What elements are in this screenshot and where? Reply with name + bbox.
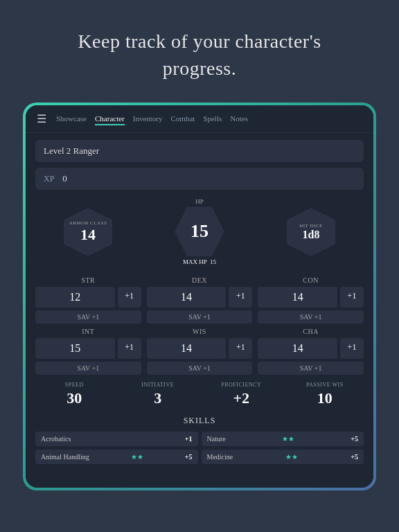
- class-level-field[interactable]: Level 2 Ranger: [35, 140, 364, 162]
- int-score[interactable]: 15: [35, 338, 115, 359]
- dex-save: SAV +1: [147, 310, 253, 323]
- tab-inventory[interactable]: Inventory: [133, 113, 163, 125]
- ability-wis: WIS 14 +1 SAV +1: [147, 328, 253, 375]
- ability-int: INT 15 +1 SAV +1: [35, 328, 141, 375]
- armor-class-widget[interactable]: ARMOR CLASS 14: [64, 208, 112, 256]
- str-score-row: 12 +1: [35, 287, 141, 308]
- max-hp-label: MAX HP: [183, 258, 206, 265]
- cha-label: CHA: [303, 328, 319, 335]
- skill-acrobatics-val: +1: [185, 435, 193, 443]
- dex-score-row: 14 +1: [147, 287, 253, 308]
- int-score-row: 15 +1: [35, 338, 141, 359]
- hp-widget: HP 15 MAX HP 15: [175, 198, 224, 265]
- xp-label: XP: [44, 174, 54, 184]
- armor-class-value: 14: [80, 226, 96, 244]
- skill-acrobatics-name: Acrobatics: [41, 435, 71, 443]
- dex-score[interactable]: 14: [147, 287, 227, 308]
- device-frame: ☰ Showcase Character Inventory Combat Sp…: [23, 103, 376, 490]
- skill-animal-handling-name: Animal Handling: [41, 453, 89, 461]
- skill-nature-stars: ★★: [282, 435, 294, 443]
- proficiency-stat: PROFICIENCY +2: [202, 382, 281, 407]
- con-score[interactable]: 14: [258, 287, 337, 308]
- initiative-stat: INITIATIVE 3: [119, 382, 197, 407]
- ability-scores: STR 12 +1 SAV +1 DEX 14 +1: [35, 276, 364, 375]
- max-hp-value: 15: [210, 258, 216, 265]
- skill-nature-name: Nature: [207, 435, 226, 443]
- passive-wis-stat: PASSIVE WIS 10: [286, 382, 364, 407]
- bottom-stats: SPEED 30 INITIATIVE 3 PROFICIENCY +2 PAS…: [35, 382, 364, 407]
- dex-mod[interactable]: +1: [229, 287, 252, 308]
- skill-animal-handling[interactable]: Animal Handling ★★ +5: [35, 450, 198, 464]
- skill-nature[interactable]: Nature ★★ +5: [202, 432, 364, 446]
- tab-showcase[interactable]: Showcase: [56, 113, 87, 125]
- str-mod[interactable]: +1: [118, 287, 141, 308]
- hero-section: Keep track of your character's progress.: [0, 0, 399, 103]
- content-area: Level 2 Ranger XP 0 ARMOR CLASS 14 HP 15: [26, 133, 373, 488]
- skill-animal-handling-stars: ★★: [131, 453, 143, 461]
- con-label: CON: [303, 276, 319, 284]
- ability-con: CON 14 +1 SAV +1: [258, 276, 364, 323]
- cha-mod[interactable]: +1: [340, 338, 364, 359]
- cha-save: SAV +1: [258, 362, 364, 375]
- skills-grid: Acrobatics +1 Nature ★★ +5 Animal Handli…: [35, 432, 364, 464]
- skill-medicine-name: Medicine: [207, 453, 233, 461]
- tab-character[interactable]: Character: [95, 113, 125, 125]
- con-save: SAV +1: [258, 310, 364, 323]
- nav-bar: ☰ Showcase Character Inventory Combat Sp…: [26, 105, 373, 133]
- xp-row: XP 0: [35, 168, 364, 190]
- skill-medicine[interactable]: Medicine ★★ +5: [202, 450, 364, 464]
- ability-str: STR 12 +1 SAV +1: [35, 276, 141, 323]
- wis-score[interactable]: 14: [147, 338, 227, 359]
- class-level-value: Level 2 Ranger: [44, 145, 99, 156]
- tab-combat[interactable]: Combat: [171, 113, 195, 125]
- max-hp-row: MAX HP 15: [183, 258, 216, 265]
- hit-dice-value: 1d8: [303, 229, 320, 241]
- proficiency-label: PROFICIENCY: [221, 382, 261, 388]
- con-mod[interactable]: +1: [340, 287, 364, 308]
- str-score[interactable]: 12: [35, 287, 115, 308]
- hp-label: HP: [195, 198, 204, 205]
- hamburger-icon[interactable]: ☰: [34, 111, 49, 127]
- skill-nature-val: +5: [351, 435, 358, 443]
- str-save: SAV +1: [35, 310, 141, 323]
- armor-class-label: ARMOR CLASS: [69, 220, 107, 226]
- initiative-label: INITIATIVE: [141, 382, 174, 388]
- skill-acrobatics[interactable]: Acrobatics +1: [35, 432, 198, 446]
- speed-stat: SPEED 30: [35, 382, 114, 407]
- skills-header: SKILLS: [35, 416, 364, 426]
- hit-dice-widget[interactable]: HIT DICE 1d8: [287, 208, 335, 256]
- proficiency-value: +2: [233, 389, 249, 407]
- device-screen: ☰ Showcase Character Inventory Combat Sp…: [26, 105, 373, 488]
- speed-value: 30: [66, 389, 82, 407]
- hp-hexagon[interactable]: 15: [175, 206, 224, 256]
- int-label: INT: [82, 328, 94, 335]
- ability-dex: DEX 14 +1 SAV +1: [147, 276, 253, 323]
- wis-save: SAV +1: [147, 362, 253, 375]
- cha-score-row: 14 +1: [258, 338, 364, 359]
- passive-wis-value: 10: [317, 389, 332, 407]
- wis-score-row: 14 +1: [147, 338, 253, 359]
- tab-notes[interactable]: Notes: [230, 113, 248, 125]
- xp-value[interactable]: 0: [62, 173, 67, 184]
- str-label: STR: [81, 276, 95, 284]
- ability-cha: CHA 14 +1 SAV +1: [258, 328, 364, 375]
- ability-row-2: INT 15 +1 SAV +1 WIS 14 +1: [35, 328, 364, 375]
- skill-medicine-val: +5: [351, 453, 358, 461]
- tab-spells[interactable]: Spells: [203, 113, 222, 125]
- hit-dice-label: HIT DICE: [299, 223, 323, 229]
- wis-label: WIS: [193, 328, 206, 335]
- hero-title: Keep track of your character's progress.: [42, 28, 357, 82]
- ability-row-1: STR 12 +1 SAV +1 DEX 14 +1: [35, 276, 364, 323]
- skill-medicine-stars: ★★: [285, 453, 298, 461]
- hp-value: 15: [190, 221, 209, 242]
- speed-label: SPEED: [65, 382, 84, 388]
- cha-score[interactable]: 14: [258, 338, 337, 359]
- con-score-row: 14 +1: [258, 287, 364, 308]
- skill-animal-handling-val: +5: [185, 453, 193, 461]
- int-save: SAV +1: [35, 362, 141, 375]
- int-mod[interactable]: +1: [118, 338, 141, 359]
- initiative-value: 3: [154, 389, 161, 407]
- wis-mod[interactable]: +1: [229, 338, 252, 359]
- dex-label: DEX: [192, 276, 207, 284]
- passive-wis-label: PASSIVE WIS: [306, 382, 344, 388]
